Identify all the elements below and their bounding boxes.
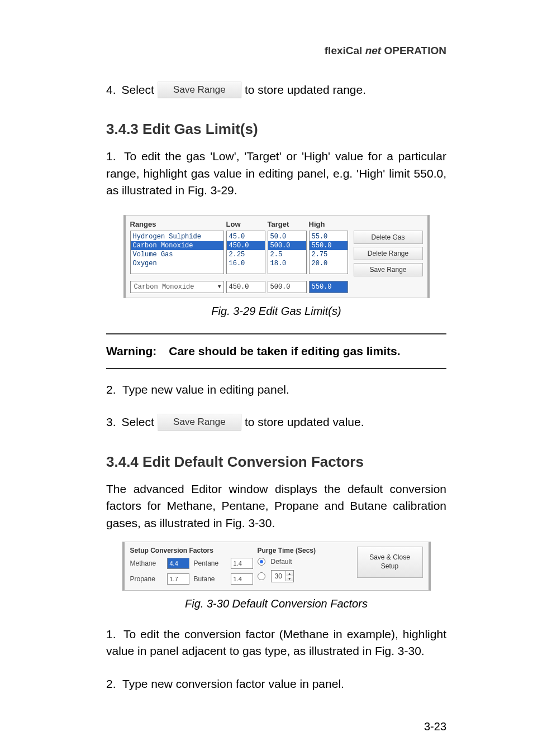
- methane-label: Methane: [130, 559, 163, 567]
- sec343-step3-pre: Select: [122, 414, 154, 430]
- page-header: flexiCal net OPERATION: [106, 45, 446, 57]
- th-ranges: Ranges: [130, 219, 224, 231]
- sec343-step2-text: Type new value in editing panel.: [122, 383, 289, 396]
- sec344-step1-text: To edit the conversion factor (Methane i…: [106, 628, 446, 657]
- high-0: 55.0: [312, 233, 328, 241]
- target-3: 18.0: [270, 260, 287, 267]
- sec343-step3-post: to store updated value.: [245, 414, 364, 430]
- figure-3-30-caption: Fig. 3-30 Default Conversion Factors: [106, 597, 446, 610]
- sec343-step1-num: 1.: [106, 150, 116, 162]
- page-number: 3-23: [106, 720, 446, 733]
- figure-3-29-caption: Fig. 3-29 Edit Gas Limit(s): [106, 305, 446, 318]
- th-target: Target: [268, 219, 307, 231]
- low-1: 450.0: [227, 241, 265, 250]
- th-high: High: [309, 219, 348, 231]
- purge-custom-value: 30: [272, 572, 285, 580]
- save-close-setup-button[interactable]: Save & Close Setup: [357, 547, 423, 578]
- methane-input[interactable]: 4.4: [167, 558, 189, 569]
- warning-text: Care should be taken if editing gas limi…: [169, 344, 400, 358]
- th-low: Low: [226, 219, 265, 231]
- butane-label: Butane: [194, 575, 226, 583]
- high-3: 20.0: [312, 260, 328, 267]
- header-brand-italic: net: [365, 45, 382, 56]
- header-section: OPERATION: [384, 45, 446, 56]
- gas-select-value: Carbon Monoxide: [134, 283, 194, 291]
- warning-rule-top: [106, 333, 446, 334]
- sec344-step2: 2. Type new conversion factor value in p…: [106, 676, 446, 692]
- figure-3-29: Ranges Low Target High Hydrogen Sulphide…: [123, 215, 430, 298]
- high-1: 550.0: [310, 241, 348, 250]
- purge-default-label: Default: [271, 558, 292, 566]
- purge-title: Purge Time (Secs): [258, 547, 353, 554]
- header-brand: flexiCal: [325, 45, 363, 56]
- edit-high-input[interactable]: 550.0: [309, 281, 348, 293]
- high-2: 2.75: [312, 251, 328, 259]
- low-0: 45.0: [229, 233, 245, 241]
- delete-range-button[interactable]: Delete Range: [354, 247, 423, 260]
- sec344-step1: 1. To edit the conversion factor (Methan…: [106, 626, 446, 660]
- delete-gas-button[interactable]: Delete Gas: [354, 231, 423, 244]
- pentane-input[interactable]: 1.4: [231, 558, 253, 569]
- high-listbox[interactable]: 55.0 550.0 2.75 20.0: [309, 231, 348, 274]
- purge-default-radio[interactable]: [258, 558, 265, 566]
- purge-custom-radio[interactable]: [258, 572, 265, 580]
- sec343-step1: 1. To edit the gas 'Low', 'Target' or 'H…: [106, 148, 446, 199]
- warning-row: Warning: Care should be taken if editing…: [106, 344, 446, 358]
- sec343-step2-num: 2.: [106, 383, 116, 396]
- save-close-line1: Save & Close: [369, 553, 410, 562]
- spinner-down-icon[interactable]: ▼: [286, 576, 293, 581]
- save-range-button-inline-1: Save Range: [158, 82, 241, 98]
- step-4-pre: Select: [122, 82, 154, 98]
- edit-low-input[interactable]: 450.0: [226, 281, 265, 293]
- save-range-button-inline-2: Save Range: [158, 414, 241, 430]
- figure-3-30: Setup Conversion Factors Methane 4.4 Pen…: [122, 542, 431, 591]
- target-0: 50.0: [270, 233, 287, 241]
- warning-rule-bottom: [106, 368, 446, 369]
- section-344-title: 3.4.4 Edit Default Conversion Factors: [106, 453, 446, 471]
- sec344-step1-num: 1.: [106, 628, 116, 640]
- sec344-step2-num: 2.: [106, 677, 116, 690]
- pentane-label: Pentane: [194, 559, 226, 567]
- chevron-down-icon[interactable]: ▼: [217, 284, 222, 290]
- sec344-intro: The advanced Editor window displays the …: [106, 481, 446, 532]
- warning-label: Warning:: [106, 344, 156, 358]
- step-4-post: to store updated range.: [245, 82, 366, 98]
- section-343-title: 3.4.3 Edit Gas Limit(s): [106, 121, 446, 138]
- range-row-2[interactable]: Volume Gas: [133, 251, 173, 259]
- propane-input[interactable]: 1.7: [167, 573, 189, 585]
- sec343-step3-num: 3.: [106, 414, 116, 430]
- range-row-1[interactable]: Carbon Monoxide: [131, 241, 223, 250]
- sec344-step2-text: Type new conversion factor value in pane…: [122, 677, 344, 690]
- save-range-button[interactable]: Save Range: [354, 263, 423, 276]
- gas-select[interactable]: Carbon Monoxide ▼: [130, 281, 224, 293]
- range-row-0[interactable]: Hydrogen Sulphide: [133, 233, 201, 241]
- butane-input[interactable]: 1.4: [231, 573, 253, 585]
- propane-label: Propane: [130, 575, 163, 583]
- low-2: 2.25: [229, 251, 245, 259]
- sec343-step3: 3. Select Save Range to store updated va…: [106, 414, 446, 430]
- factors-title: Setup Conversion Factors: [130, 547, 253, 554]
- edit-target-input[interactable]: 500.0: [268, 281, 307, 293]
- low-3: 16.0: [229, 260, 245, 267]
- target-listbox[interactable]: 50.0 500.0 2.5 18.0: [268, 231, 307, 274]
- range-row-3[interactable]: Oxygen: [133, 260, 157, 267]
- target-1: 500.0: [268, 241, 306, 250]
- step-4: 4. Select Save Range to store updated ra…: [106, 82, 446, 98]
- sec343-step1-text: To edit the gas 'Low', 'Target' or 'High…: [106, 150, 446, 197]
- save-close-line2: Setup: [381, 562, 398, 571]
- sec343-step2: 2. Type new value in editing panel.: [106, 381, 446, 398]
- spinner-up-icon[interactable]: ▲: [286, 571, 293, 576]
- ranges-listbox[interactable]: Hydrogen Sulphide Carbon Monoxide Volume…: [130, 231, 224, 274]
- purge-custom-spinner[interactable]: 30 ▲ ▼: [271, 570, 294, 582]
- low-listbox[interactable]: 45.0 450.0 2.25 16.0: [226, 231, 265, 274]
- step-4-number: 4.: [106, 82, 116, 98]
- target-2: 2.5: [270, 251, 283, 259]
